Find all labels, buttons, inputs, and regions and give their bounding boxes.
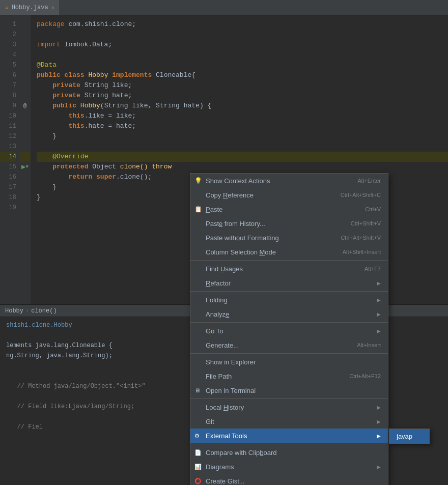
menu-item-paste[interactable]: 📋 Paste Ctrl+V [190, 202, 388, 216]
code-line-15: protected Object clone() throw [37, 162, 448, 172]
diagrams-icon: 📊 [194, 464, 202, 470]
separator-5 [190, 398, 388, 399]
menu-item-paste-without-formatting[interactable]: Paste without Formatting Ctrl+Alt+Shift+… [190, 231, 388, 245]
shortcut-paste: Ctrl+V [365, 206, 381, 212]
menu-label-paste-without-formatting: Paste without Formatting [206, 234, 279, 242]
menu-item-copy-reference[interactable]: Copy Reference Ctrl+Alt+Shift+C [190, 188, 388, 202]
submenu-external-tools: javap [389, 429, 430, 444]
separator-3 [190, 322, 388, 323]
submenu-item-javap[interactable]: javap [389, 429, 429, 443]
code-line-10: this.like = like; [37, 111, 448, 121]
code-line-5: @Data [37, 60, 448, 70]
refactor-arrow-icon: ▶ [377, 280, 381, 286]
shortcut-paste-without-formatting: Ctrl+Alt+Shift+V [341, 235, 381, 241]
run-icon[interactable]: ▶ [21, 162, 25, 172]
breadcrumb-class[interactable]: Hobby [5, 307, 23, 315]
menu-item-paste-from-history[interactable]: Paste from History... Ctrl+Shift+V [190, 216, 388, 231]
shortcut-column-selection-mode: Alt+Shift+Insert [343, 249, 381, 255]
menu-item-create-gist[interactable]: ⭕ Create Gist... [190, 474, 388, 485]
java-file-icon: ☕ [5, 4, 9, 11]
menu-item-external-tools[interactable]: ⚙ External Tools ▶ javap [190, 429, 388, 443]
code-line-6: public class Hobby implements Cloneable{ [37, 70, 448, 80]
menu-label-generate: Generate... [206, 341, 239, 349]
code-line-11: this.hate = hate; [37, 121, 448, 131]
line-numbers: 1 2 3 4 5 6 7 8 9 10 11 12 13 14 15 16 1… [0, 15, 19, 304]
separator-1 [190, 260, 388, 261]
terminal-icon: 🖥 [194, 387, 200, 393]
menu-item-compare-with-clipboard[interactable]: 📄 Compare with Clipboard [190, 445, 388, 460]
tab-label: Hobby.java [12, 4, 48, 11]
go-to-arrow-icon: ▶ [377, 328, 381, 334]
menu-item-refactor[interactable]: Refactor ▶ [190, 276, 388, 290]
menu-label-external-tools: External Tools [206, 432, 247, 440]
diagrams-arrow-icon: ▶ [377, 464, 381, 470]
code-line-7: private String like; [37, 80, 448, 91]
menu-label-show-in-explorer: Show in Explorer [206, 358, 256, 366]
shortcut-file-path: Ctrl+Alt+F12 [349, 373, 381, 379]
code-line-1: package com.shishi.clone; [37, 19, 448, 30]
context-menu: 💡 Show Context Actions Alt+Enter Copy Re… [190, 173, 388, 485]
menu-item-column-selection-mode[interactable]: Column Selection Mode Alt+Shift+Insert [190, 245, 388, 259]
separator-2 [190, 291, 388, 292]
tab-bar: ☕ Hobby.java ✕ [0, 0, 448, 15]
menu-item-show-context-actions[interactable]: 💡 Show Context Actions Alt+Enter [190, 174, 388, 188]
menu-label-open-in-terminal: Open in Terminal [206, 387, 256, 394]
menu-item-generate[interactable]: Generate... Alt+Insert [190, 338, 388, 352]
menu-item-local-history[interactable]: Local History ▶ [190, 400, 388, 414]
git-arrow-icon: ▶ [377, 419, 381, 424]
code-line-9: public Hobby(String like, String hate) { [37, 101, 448, 111]
menu-label-analyze: Analyze [206, 310, 229, 318]
code-line-12: } [37, 131, 448, 141]
menu-label-find-usages: Find Usages [206, 265, 243, 273]
menu-label-column-selection-mode: Column Selection Mode [206, 248, 276, 256]
tab-hobby-java[interactable]: ☕ Hobby.java ✕ [0, 0, 60, 15]
code-line-13 [37, 141, 448, 152]
folding-arrow-icon: ▶ [377, 297, 381, 303]
menu-label-folding: Folding [206, 296, 228, 304]
menu-label-go-to: Go To [206, 327, 223, 335]
menu-label-copy-reference: Copy Reference [206, 191, 254, 199]
breadcrumb-method[interactable]: clone() [31, 307, 57, 315]
external-tools-arrow-icon: ▶ [377, 433, 381, 439]
menu-item-find-usages[interactable]: Find Usages Alt+F7 [190, 262, 388, 276]
menu-item-git[interactable]: Git ▶ [190, 414, 388, 429]
paste-icon: 📋 [194, 206, 202, 213]
shortcut-find-usages: Alt+F7 [365, 266, 381, 272]
menu-label-diagrams: Diagrams [206, 463, 234, 471]
menu-label-create-gist: Create Gist... [206, 477, 245, 485]
menu-item-analyze[interactable]: Analyze ▶ [190, 307, 388, 321]
menu-label-compare-with-clipboard: Compare with Clipboard [206, 449, 276, 457]
code-line-2 [37, 30, 448, 40]
menu-item-go-to[interactable]: Go To ▶ [190, 324, 388, 338]
breadcrumb-separator: › [25, 307, 29, 315]
menu-item-diagrams[interactable]: 📊 Diagrams ▶ [190, 460, 388, 474]
menu-item-open-in-terminal[interactable]: 🖥 Open in Terminal [190, 383, 388, 397]
menu-item-folding[interactable]: Folding ▶ [190, 293, 388, 307]
code-line-14: @Override [37, 152, 448, 162]
analyze-arrow-icon: ▶ [377, 311, 381, 317]
menu-label-file-path: File Path [206, 373, 232, 380]
code-line-4 [37, 50, 448, 60]
menu-label-paste-from-history: Paste from History... [206, 220, 265, 227]
tab-close-button[interactable]: ✕ [51, 5, 54, 11]
separator-4 [190, 353, 388, 354]
menu-item-file-path[interactable]: File Path Ctrl+Alt+F12 [190, 369, 388, 383]
shortcut-generate: Alt+Insert [357, 342, 381, 348]
menu-label-refactor: Refactor [206, 279, 231, 287]
menu-label-git: Git [206, 418, 214, 425]
bulb-icon: 💡 [194, 177, 202, 184]
down-arrow-icon: ▼ [26, 162, 29, 172]
shortcut-show-context-actions: Alt+Enter [357, 178, 381, 184]
gutter-at-icon: @ [23, 101, 27, 111]
code-line-8: private String hate; [37, 91, 448, 101]
menu-label-paste: Paste [206, 206, 222, 213]
local-history-arrow-icon: ▶ [377, 405, 381, 410]
menu-label-local-history: Local History [206, 404, 244, 411]
external-tools-icon: ⚙ [194, 433, 200, 439]
gist-icon: ⭕ [194, 478, 202, 484]
menu-label-show-context-actions: Show Context Actions [206, 177, 270, 185]
gutter-column: @ ▶ ▼ [19, 15, 31, 304]
compare-icon: 📄 [194, 449, 202, 456]
shortcut-copy-reference: Ctrl+Alt+Shift+C [341, 192, 381, 198]
menu-item-show-in-explorer[interactable]: Show in Explorer [190, 355, 388, 369]
